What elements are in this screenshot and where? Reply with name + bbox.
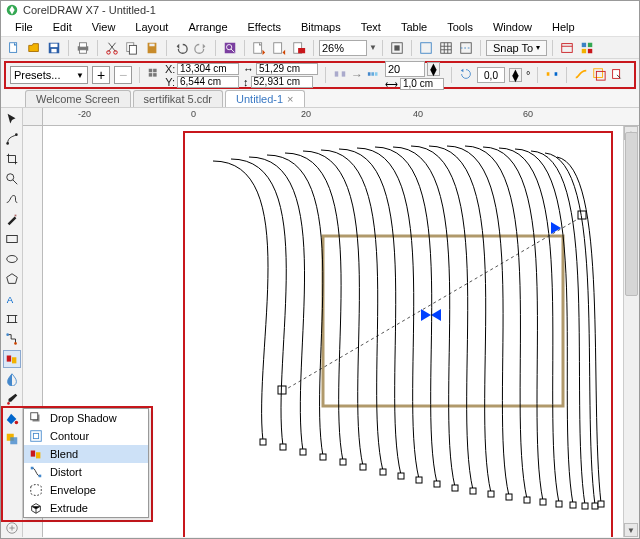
options-button[interactable] xyxy=(558,39,576,57)
pick-tool[interactable] xyxy=(3,110,21,128)
show-grid-button[interactable] xyxy=(437,39,455,57)
paste-button[interactable] xyxy=(143,39,161,57)
new-button[interactable] xyxy=(5,39,23,57)
undo-button[interactable] xyxy=(172,39,190,57)
presets-dropdown[interactable]: Presets... ▼ xyxy=(10,66,88,84)
blend-direct-button[interactable] xyxy=(333,67,347,83)
copy-button[interactable] xyxy=(123,39,141,57)
show-rulers-button[interactable] xyxy=(417,39,435,57)
blend-angle-input[interactable] xyxy=(477,67,505,83)
print-button[interactable] xyxy=(74,39,92,57)
flyout-label: Extrude xyxy=(50,502,88,514)
menu-edit[interactable]: Edit xyxy=(43,19,82,36)
menu-arrange[interactable]: Arrange xyxy=(178,19,237,36)
direct-blend-button[interactable] xyxy=(545,67,559,83)
publish-pdf-button[interactable] xyxy=(290,39,308,57)
ruler-mark: 20 xyxy=(301,109,311,119)
svg-rect-17 xyxy=(274,42,282,53)
separator xyxy=(566,67,567,83)
redo-button[interactable] xyxy=(192,39,210,57)
separator xyxy=(313,40,314,56)
ellipse-tool[interactable] xyxy=(3,250,21,268)
parallel-dim-tool[interactable] xyxy=(3,310,21,328)
more-blend-button[interactable] xyxy=(592,67,606,83)
interactive-blend-tool[interactable] xyxy=(3,350,21,368)
height-input[interactable] xyxy=(251,76,313,88)
object-origin-button[interactable] xyxy=(147,67,161,83)
menu-table[interactable]: Table xyxy=(391,19,437,36)
quick-customize-button[interactable] xyxy=(3,519,21,537)
menu-tools[interactable]: Tools xyxy=(437,19,483,36)
zoom-tool[interactable] xyxy=(3,170,21,188)
flyout-blend[interactable]: Blend xyxy=(24,445,148,463)
blend-spacing-input[interactable] xyxy=(400,78,444,90)
menu-effects[interactable]: Effects xyxy=(238,19,291,36)
crop-tool[interactable] xyxy=(3,150,21,168)
zoom-dropdown-icon[interactable]: ▼ xyxy=(369,43,377,52)
scrollbar-thumb[interactable] xyxy=(625,132,638,296)
export-button[interactable] xyxy=(270,39,288,57)
spinner-down[interactable]: ▼ xyxy=(428,69,439,75)
menu-file[interactable]: File xyxy=(5,19,43,36)
fullscreen-button[interactable] xyxy=(388,39,406,57)
zoom-input[interactable] xyxy=(319,40,367,56)
flyout-extrude[interactable]: Extrude xyxy=(24,499,148,517)
scroll-down-button[interactable]: ▼ xyxy=(624,523,638,537)
loop-blend-button[interactable] xyxy=(459,67,473,83)
vertical-scrollbar[interactable]: ▲ ▼ xyxy=(623,126,639,537)
distort-icon xyxy=(28,465,44,479)
save-button[interactable] xyxy=(45,39,63,57)
blend-handle-mid xyxy=(421,309,431,321)
tab-sertifikat[interactable]: sertifikat 5.cdr xyxy=(133,90,223,107)
width-input[interactable] xyxy=(256,63,318,75)
flyout-label: Envelope xyxy=(50,484,96,496)
text-tool[interactable]: A xyxy=(3,290,21,308)
separator xyxy=(480,40,481,56)
svg-point-55 xyxy=(7,402,10,405)
artistic-media-tool[interactable] xyxy=(3,210,21,228)
app-launcher-button[interactable] xyxy=(578,39,596,57)
menu-layout[interactable]: Layout xyxy=(125,19,178,36)
shape-tool[interactable] xyxy=(3,130,21,148)
menu-help[interactable]: Help xyxy=(542,19,585,36)
flyout-drop-shadow[interactable]: Drop Shadow xyxy=(24,409,148,427)
svg-rect-23 xyxy=(441,42,452,53)
ruler-horizontal[interactable]: -20 0 20 40 60 xyxy=(43,108,639,126)
freehand-tool[interactable] xyxy=(3,190,21,208)
delete-preset-button[interactable]: − xyxy=(114,66,132,84)
menu-bitmaps[interactable]: Bitmaps xyxy=(291,19,351,36)
flyout-distort[interactable]: Distort xyxy=(24,463,148,481)
show-guidelines-button[interactable] xyxy=(457,39,475,57)
connector-tool[interactable] xyxy=(3,330,21,348)
svg-rect-29 xyxy=(588,48,592,52)
copy-blend-button[interactable] xyxy=(610,67,624,83)
menu-view[interactable]: View xyxy=(82,19,126,36)
rectangle-tool[interactable] xyxy=(3,230,21,248)
svg-rect-65 xyxy=(360,464,366,470)
menu-text[interactable]: Text xyxy=(351,19,391,36)
tab-welcome[interactable]: Welcome Screen xyxy=(25,90,131,107)
menu-window[interactable]: Window xyxy=(483,19,542,36)
transparency-tool[interactable] xyxy=(3,370,21,388)
import-button[interactable] xyxy=(250,39,268,57)
separator xyxy=(537,67,538,83)
x-position-input[interactable] xyxy=(177,63,239,75)
flyout-contour[interactable]: Contour xyxy=(24,427,148,445)
interactive-fill-tool[interactable] xyxy=(3,410,21,428)
eyedropper-tool[interactable] xyxy=(3,390,21,408)
blend-steps-input[interactable] xyxy=(385,61,425,77)
open-button[interactable] xyxy=(25,39,43,57)
tab-untitled[interactable]: Untitled-1× xyxy=(225,90,305,107)
smart-fill-tool[interactable] xyxy=(3,430,21,448)
flyout-envelope[interactable]: Envelope xyxy=(24,481,148,499)
tab-label: sertifikat 5.cdr xyxy=(144,93,212,105)
cut-button[interactable] xyxy=(103,39,121,57)
search-button[interactable] xyxy=(221,39,239,57)
add-preset-button[interactable]: + xyxy=(92,66,110,84)
angle-down[interactable]: ▼ xyxy=(510,75,521,81)
snap-to-button[interactable]: Snap To▾ xyxy=(486,40,547,56)
close-tab-icon[interactable]: × xyxy=(287,93,293,105)
polygon-tool[interactable] xyxy=(3,270,21,288)
accel-button[interactable] xyxy=(574,67,588,83)
y-position-input[interactable] xyxy=(177,76,239,88)
